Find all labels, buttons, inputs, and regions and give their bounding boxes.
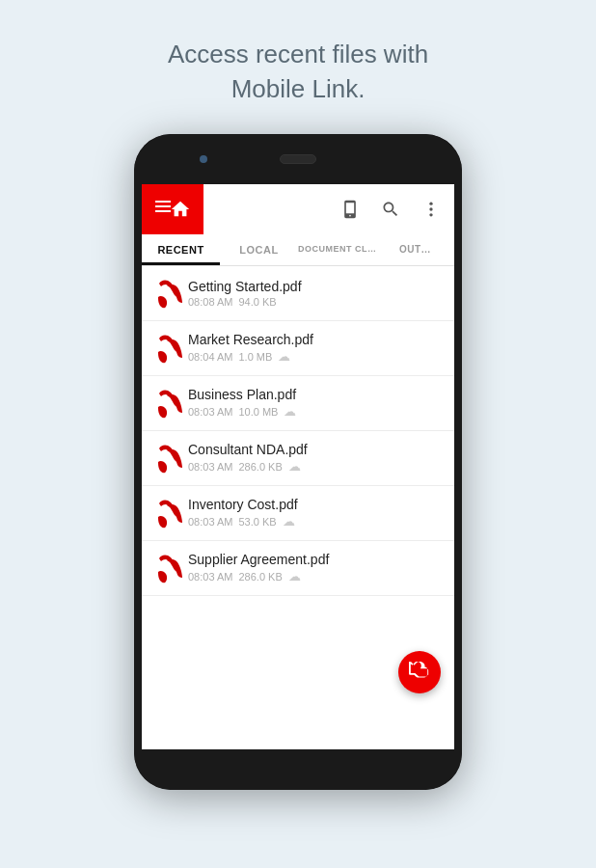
file-meta: 08:03 AM 53.0 KB ☁ <box>188 514 443 529</box>
file-meta: 08:03 AM 286.0 KB ☁ <box>188 569 443 583</box>
file-item[interactable]: Supplier Agreement.pdf 08:03 AM 286.0 KB… <box>142 541 454 596</box>
app-bar-actions <box>203 184 454 234</box>
file-name: Business Plan.pdf <box>188 387 443 402</box>
mobile-link-button[interactable] <box>331 190 369 229</box>
cloud-icon: ☁ <box>284 404 296 419</box>
fab-icon <box>409 662 430 683</box>
file-name: Inventory Cost.pdf <box>188 497 443 512</box>
more-vert-icon <box>421 200 441 219</box>
file-info: Getting Started.pdf 08:08 AM 94.0 KB <box>188 279 443 308</box>
file-time: 08:08 AM <box>188 296 232 308</box>
file-name: Supplier Agreement.pdf <box>188 552 443 567</box>
file-name: Getting Started.pdf <box>188 279 443 294</box>
file-meta: 08:03 AM 10.0 MB ☁ <box>188 404 443 419</box>
front-camera <box>200 155 207 163</box>
phone-screen: RECENT LOCAL DOCUMENT CLOUD OUT… Getting… <box>142 184 454 749</box>
file-info: Inventory Cost.pdf 08:03 AM 53.0 KB ☁ <box>188 497 443 529</box>
fab-button[interactable] <box>398 651 441 693</box>
file-name: Consultant NDA.pdf <box>188 442 443 457</box>
hamburger-icon <box>155 201 171 212</box>
svg-point-1 <box>429 207 432 210</box>
more-options-button[interactable] <box>412 190 450 229</box>
tab-document-cloud[interactable]: DOCUMENT CLOUD <box>298 234 376 265</box>
cloud-icon: ☁ <box>288 459 301 474</box>
headline: Access recent files with Mobile Link. <box>168 37 428 107</box>
file-item[interactable]: Market Research.pdf 08:04 AM 1.0 MB ☁ <box>142 321 454 376</box>
file-size: 286.0 KB <box>238 571 282 583</box>
file-time: 08:04 AM <box>188 351 232 363</box>
phone-top-bezel <box>134 134 462 184</box>
file-size: 1.0 MB <box>238 351 272 363</box>
search-icon <box>381 200 400 219</box>
svg-point-0 <box>429 202 432 204</box>
phone-shell: RECENT LOCAL DOCUMENT CLOUD OUT… Getting… <box>134 134 462 790</box>
pdf-icon <box>153 331 188 366</box>
pdf-icon <box>153 276 188 311</box>
cloud-icon: ☁ <box>278 349 290 364</box>
tab-local[interactable]: LOCAL <box>220 234 298 265</box>
speaker <box>280 154 316 164</box>
file-meta: 08:03 AM 286.0 KB ☁ <box>188 459 443 474</box>
tab-recent[interactable]: RECENT <box>142 234 220 265</box>
file-item[interactable]: Getting Started.pdf 08:08 AM 94.0 KB <box>142 266 454 321</box>
file-size: 286.0 KB <box>238 461 282 473</box>
file-size: 53.0 KB <box>238 516 276 528</box>
pdf-icon <box>153 551 188 585</box>
file-info: Market Research.pdf 08:04 AM 1.0 MB ☁ <box>188 332 443 364</box>
app-bar-home[interactable] <box>142 184 203 234</box>
svg-point-2 <box>429 213 432 216</box>
phone-bottom-bezel <box>134 749 462 790</box>
home-icon <box>170 199 191 220</box>
tabs-bar: RECENT LOCAL DOCUMENT CLOUD OUT… <box>142 234 454 266</box>
file-time: 08:03 AM <box>188 461 232 473</box>
file-time: 08:03 AM <box>188 571 232 583</box>
file-size: 10.0 MB <box>238 406 278 418</box>
mobile-icon <box>340 200 360 219</box>
pdf-icon <box>153 496 188 530</box>
tab-outbox[interactable]: OUT… <box>376 234 454 265</box>
file-item[interactable]: Business Plan.pdf 08:03 AM 10.0 MB ☁ <box>142 376 454 431</box>
search-button[interactable] <box>371 190 410 229</box>
pdf-icon <box>153 386 188 420</box>
app-bar <box>142 184 454 234</box>
file-name: Market Research.pdf <box>188 332 443 347</box>
file-info: Consultant NDA.pdf 08:03 AM 286.0 KB ☁ <box>188 442 443 474</box>
file-item[interactable]: Consultant NDA.pdf 08:03 AM 286.0 KB ☁ <box>142 431 454 486</box>
file-meta: 08:04 AM 1.0 MB ☁ <box>188 349 443 364</box>
file-meta: 08:08 AM 94.0 KB <box>188 296 443 308</box>
file-info: Supplier Agreement.pdf 08:03 AM 286.0 KB… <box>188 552 443 583</box>
cloud-icon: ☁ <box>288 569 301 583</box>
cloud-icon: ☁ <box>283 514 295 529</box>
file-size: 94.0 KB <box>238 296 276 308</box>
file-item[interactable]: Inventory Cost.pdf 08:03 AM 53.0 KB ☁ <box>142 486 454 541</box>
file-info: Business Plan.pdf 08:03 AM 10.0 MB ☁ <box>188 387 443 419</box>
file-time: 08:03 AM <box>188 516 232 528</box>
file-time: 08:03 AM <box>188 406 232 418</box>
pdf-icon <box>153 441 188 475</box>
